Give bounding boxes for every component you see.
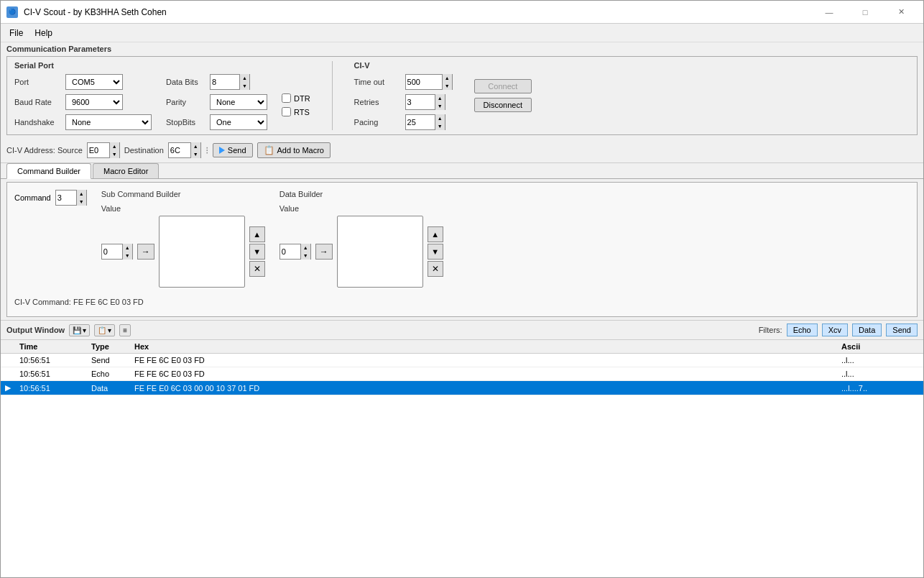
filters-label: Filters: xyxy=(759,326,782,334)
source-label: CI-V Address: Source xyxy=(6,146,83,155)
destination-down[interactable]: ▼ xyxy=(190,150,200,158)
destination-input[interactable] xyxy=(169,143,190,157)
table-row[interactable]: 10:56:51 Echo FE FE 6C E0 03 FD ..l... xyxy=(1,367,923,381)
col-ascii-header: Ascii xyxy=(837,340,923,354)
data-value-input[interactable] xyxy=(280,244,300,259)
retries-down[interactable]: ▼ xyxy=(435,102,445,110)
destination-spinner: ▲ ▼ xyxy=(168,142,201,158)
data-bits-down[interactable]: ▼ xyxy=(239,82,249,90)
pacing-up[interactable]: ▲ xyxy=(435,114,445,122)
data-add-button[interactable]: → xyxy=(315,244,333,260)
clear-log-button[interactable]: 📋 ▾ xyxy=(94,324,115,336)
port-select[interactable]: COM5 xyxy=(65,74,123,90)
data-value-up[interactable]: ▲ xyxy=(300,244,310,252)
row-hex: FE FE 6C E0 03 FD xyxy=(130,367,837,381)
menu-help[interactable]: Help xyxy=(29,27,58,40)
add-to-macro-button[interactable]: 📋 Add to Macro xyxy=(257,142,331,158)
rts-row: RTS xyxy=(282,107,310,116)
dtr-checkbox[interactable] xyxy=(282,93,291,103)
pacing-down[interactable]: ▼ xyxy=(435,122,445,130)
data-move-up[interactable]: ▲ xyxy=(428,226,443,242)
rts-checkbox[interactable] xyxy=(282,107,291,116)
tab-macro-editor[interactable]: Macro Editor xyxy=(93,163,159,178)
sub-move-up[interactable]: ▲ xyxy=(249,226,265,242)
handshake-select[interactable]: None xyxy=(65,114,152,130)
separator-dots: ⁝ xyxy=(205,144,208,156)
minimize-button[interactable]: — xyxy=(813,5,846,19)
data-bits-input[interactable] xyxy=(211,75,239,89)
civ-group-label: CI-V xyxy=(354,61,453,70)
pacing-row: Pacing ▲ ▼ xyxy=(354,114,453,130)
list-view-button[interactable]: ≡ xyxy=(119,324,131,336)
sub-value-down[interactable]: ▼ xyxy=(122,252,132,260)
filter-xcv-button[interactable]: Xcv xyxy=(822,324,848,336)
row-time: 10:56:51 xyxy=(15,367,87,381)
data-value-down[interactable]: ▼ xyxy=(300,252,310,260)
destination-up[interactable]: ▲ xyxy=(190,142,200,150)
parity-select[interactable]: None xyxy=(210,94,267,110)
sub-command-builder: Sub Command Builder Value ▲ ▼ → ▲ ▼ xyxy=(101,190,265,288)
data-list[interactable] xyxy=(337,216,423,288)
filter-data-button[interactable]: Data xyxy=(852,324,882,336)
send-button[interactable]: Send xyxy=(213,143,253,157)
menu-file[interactable]: File xyxy=(4,27,29,40)
tabs-row: Command Builder Macro Editor xyxy=(1,163,923,179)
sub-move-down[interactable]: ▼ xyxy=(249,244,265,260)
save-icon: 💾 xyxy=(73,326,81,334)
row-type: Data xyxy=(87,381,130,395)
source-down[interactable]: ▼ xyxy=(109,150,119,158)
data-bits-up[interactable]: ▲ xyxy=(239,74,249,82)
handshake-row: Handshake None xyxy=(14,114,152,130)
pacing-input[interactable] xyxy=(406,115,435,129)
add-macro-label: Add to Macro xyxy=(277,146,324,155)
macro-icon: 📋 xyxy=(264,145,274,155)
timeout-down[interactable]: ▼ xyxy=(442,82,452,90)
baud-label: Baud Rate xyxy=(14,98,61,106)
source-input[interactable] xyxy=(88,143,109,157)
baud-select[interactable]: 9600 xyxy=(65,94,123,110)
civ-group: CI-V Time out ▲ ▼ Retries xyxy=(354,61,453,130)
maximize-button[interactable]: □ xyxy=(849,5,882,19)
row-ascii: ..l... xyxy=(837,367,923,381)
send-label: Send xyxy=(228,146,246,155)
pacing-label: Pacing xyxy=(354,118,401,127)
command-up[interactable]: ▲ xyxy=(76,190,86,198)
data-value-spinner-btns: ▲ ▼ xyxy=(300,244,310,260)
retries-up[interactable]: ▲ xyxy=(435,94,445,102)
output-window-header: Output Window 💾 ▾ 📋 ▾ ≡ Filters: Echo Xc… xyxy=(1,320,923,340)
pacing-spinner-btns: ▲ ▼ xyxy=(435,114,445,130)
sub-value-up[interactable]: ▲ xyxy=(122,244,132,252)
clear-dropdown-arrow: ▾ xyxy=(108,326,111,334)
parity-label: Parity xyxy=(166,98,205,106)
tab-command-builder[interactable]: Command Builder xyxy=(6,163,91,179)
connect-button[interactable]: Connect xyxy=(474,79,532,93)
sub-remove[interactable]: ✕ xyxy=(249,261,265,277)
source-up[interactable]: ▲ xyxy=(109,142,119,150)
data-move-down[interactable]: ▼ xyxy=(428,244,443,260)
table-row[interactable]: 10:56:51 Send FE FE 6C E0 03 FD ..l... xyxy=(1,354,923,367)
retries-input[interactable] xyxy=(406,95,435,109)
data-value-row: ▲ ▼ → ▲ ▼ ✕ xyxy=(279,216,443,288)
save-log-button[interactable]: 💾 ▾ xyxy=(69,324,90,336)
sub-command-list[interactable] xyxy=(159,216,245,288)
command-input[interactable] xyxy=(56,191,76,205)
port-row: Port COM5 xyxy=(14,74,152,90)
disconnect-button[interactable]: Disconnect xyxy=(474,98,532,112)
row-time: 10:56:51 xyxy=(15,381,87,395)
timeout-input[interactable] xyxy=(406,75,442,89)
command-down[interactable]: ▼ xyxy=(76,198,86,206)
builder-row: Command ▲ ▼ Sub Command Builder Value xyxy=(14,190,910,288)
filter-echo-button[interactable]: Echo xyxy=(787,324,818,336)
row-ascii: ..l... xyxy=(837,354,923,367)
stop-bits-select[interactable]: One xyxy=(210,114,267,130)
data-remove[interactable]: ✕ xyxy=(428,261,443,277)
retries-spinner: ▲ ▼ xyxy=(405,94,445,110)
sub-value-input[interactable] xyxy=(102,244,122,259)
timeout-up[interactable]: ▲ xyxy=(442,74,452,82)
close-button[interactable]: ✕ xyxy=(884,5,918,19)
sub-add-button[interactable]: → xyxy=(137,244,154,260)
table-row[interactable]: ▶ 10:56:51 Data FE FE E0 6C 03 00 00 10 … xyxy=(1,381,923,395)
menu-bar: File Help xyxy=(1,24,923,42)
data-bits-label: Data Bits xyxy=(166,78,205,86)
filter-send-button[interactable]: Send xyxy=(886,324,918,336)
